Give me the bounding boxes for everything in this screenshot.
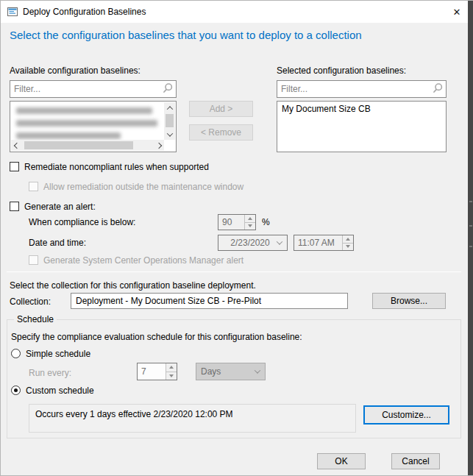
collection-label: Collection: <box>10 296 51 307</box>
schedule-summary: Occurs every 1 days effective 2/23/2020 … <box>35 409 233 419</box>
generate-alert-label: Generate an alert: <box>24 202 96 212</box>
simple-schedule-radio[interactable] <box>11 349 21 358</box>
allow-remediation-checkbox <box>29 182 38 191</box>
time-value: 11:07 AM <box>294 235 342 250</box>
vertical-scroll-thumb[interactable] <box>166 114 174 127</box>
search-icon <box>162 82 174 94</box>
spinner-up-icon <box>166 363 177 372</box>
available-baselines-list[interactable] <box>10 101 177 152</box>
ok-button[interactable]: OK <box>317 453 366 469</box>
available-baselines-label: Available configuration baselines: <box>10 65 141 76</box>
datetime-label: Date and time: <box>29 238 86 248</box>
chevron-down-icon <box>255 367 260 373</box>
scroll-up-button[interactable] <box>164 102 175 113</box>
custom-schedule-label: Custom schedule <box>26 386 94 396</box>
background-artifact <box>469 201 472 202</box>
schedule-group-label: Schedule <box>14 315 57 324</box>
selected-filter-box <box>277 80 447 98</box>
compliance-value: 90 <box>218 215 244 230</box>
selected-filter-input[interactable] <box>277 81 446 97</box>
collection-box <box>71 293 348 309</box>
spinner-up-icon <box>244 215 255 223</box>
redacted-list-item[interactable] <box>16 132 121 139</box>
app-form-icon <box>7 6 18 18</box>
schedule-instruction: Specify the compliance evaluation schedu… <box>11 332 302 342</box>
search-icon <box>432 82 444 94</box>
close-icon: ✕ <box>453 7 461 18</box>
list-item[interactable]: My Document Size CB <box>282 104 371 115</box>
horizontal-scrollbar[interactable] <box>11 140 164 151</box>
chevron-left-icon <box>13 142 19 148</box>
deploy-configuration-baselines-dialog: Deploy Configuration Baselines ✕ Select … <box>0 0 473 476</box>
allow-remediation-label: Allow remediation outside the maintenanc… <box>43 182 243 192</box>
spinner-down-icon <box>166 372 177 380</box>
date-select: 2/23/2020 <box>218 235 288 251</box>
interval-unit-select: Days <box>196 363 266 380</box>
title-bar: Deploy Configuration Baselines ✕ <box>1 1 469 23</box>
background-artifact <box>469 246 472 247</box>
chevron-down-icon <box>277 238 282 244</box>
scroll-right-button[interactable] <box>153 140 164 151</box>
scroll-down-button[interactable] <box>164 129 175 140</box>
chevron-down-icon <box>166 130 172 136</box>
browse-button[interactable]: Browse... <box>372 293 446 309</box>
vertical-scrollbar[interactable] <box>164 102 175 140</box>
remove-button: < Remove <box>189 124 253 141</box>
run-every-value: 7 <box>138 363 166 380</box>
collection-instruction: Select the collection for this configura… <box>10 280 256 291</box>
spinner-down-icon <box>342 244 353 251</box>
scroll-left-button[interactable] <box>11 140 22 151</box>
date-value: 2/23/2020 <box>218 238 277 248</box>
interval-unit-value: Days <box>196 366 255 377</box>
remediate-checkbox[interactable] <box>10 162 19 171</box>
desktop-background-strip <box>468 1 473 476</box>
spinner-up-icon <box>342 235 353 244</box>
schedule-summary-box: Occurs every 1 days effective 2/23/2020 … <box>29 404 356 433</box>
spinner-down-icon <box>244 223 255 230</box>
compliance-label: When compliance is below: <box>29 217 135 227</box>
page-title: Select the configuration baselines that … <box>10 29 362 41</box>
add-button: Add > <box>189 101 253 117</box>
simple-schedule-label: Simple schedule <box>26 349 90 359</box>
close-button[interactable]: ✕ <box>445 1 469 23</box>
available-filter-box <box>10 80 177 98</box>
selected-baselines-label: Selected configuration baselines: <box>277 65 406 76</box>
available-filter-input[interactable] <box>10 81 176 97</box>
run-every-label: Run every: <box>29 368 71 378</box>
redacted-list-item[interactable] <box>16 107 152 114</box>
collection-input[interactable] <box>71 294 347 308</box>
scom-alert-checkbox <box>29 255 38 265</box>
time-spinner: 11:07 AM <box>294 235 354 251</box>
cancel-button[interactable]: Cancel <box>391 453 440 469</box>
window-title: Deploy Configuration Baselines <box>23 7 146 17</box>
redacted-list-item[interactable] <box>16 120 157 127</box>
customize-button[interactable]: Customize... <box>363 405 449 425</box>
percent-sign: % <box>262 217 270 227</box>
generate-alert-checkbox[interactable] <box>10 202 19 211</box>
run-every-spinner: 7 <box>137 363 177 380</box>
compliance-spinner: 90 <box>218 214 256 230</box>
scom-alert-label: Generate System Center Operations Manage… <box>43 255 243 266</box>
horizontal-scroll-thumb[interactable] <box>24 141 133 149</box>
custom-schedule-radio[interactable] <box>11 386 21 395</box>
separator <box>7 271 461 272</box>
selected-baselines-list[interactable]: My Document Size CB <box>277 101 447 152</box>
chevron-up-icon <box>166 106 172 112</box>
chevron-right-icon <box>155 142 161 148</box>
remediate-label: Remediate noncompliant rules when suppor… <box>24 162 209 172</box>
background-artifact <box>469 225 472 227</box>
